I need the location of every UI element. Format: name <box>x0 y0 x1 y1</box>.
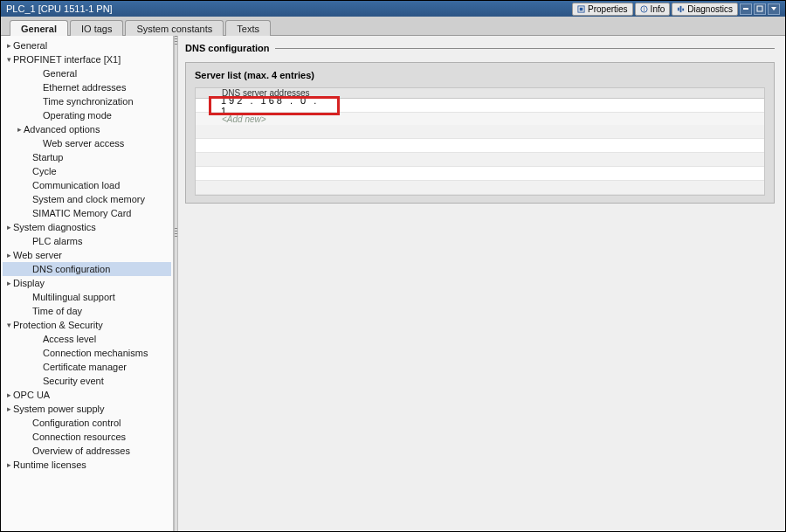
tree-item-general[interactable]: ▸General <box>3 38 171 52</box>
tree-item-connection-mechanisms[interactable]: Connection mechanisms <box>3 346 171 360</box>
splitter[interactable] <box>174 36 178 531</box>
tree-item-access-level[interactable]: Access level <box>3 332 171 346</box>
tree-item-communication-load[interactable]: Communication load <box>3 178 171 192</box>
tree-item-label: Display <box>13 277 45 289</box>
tab-system-constants[interactable]: System constants <box>125 20 224 36</box>
svg-rect-4 <box>678 7 679 10</box>
tree-item-label: System and clock memory <box>13 193 145 205</box>
maximize-button[interactable] <box>754 3 766 15</box>
table-row[interactable]: 192 . 168 . 0 . 1 <box>196 99 764 113</box>
tree-item-configuration-control[interactable]: Configuration control <box>3 416 171 430</box>
tree-item-web-server-access[interactable]: Web server access <box>3 136 171 150</box>
tab-general[interactable]: General <box>10 20 68 36</box>
chevron-right-icon[interactable]: ▸ <box>4 459 13 471</box>
tree-item-label: Ethernet addresses <box>13 81 126 93</box>
tree-item-startup[interactable]: Startup <box>3 150 171 164</box>
tree-item-profinet-interface-x1[interactable]: ▾PROFINET interface [X1] <box>3 52 171 66</box>
tree-item-label: System diagnostics <box>13 221 96 233</box>
chevron-right-icon[interactable]: ▸ <box>4 277 13 289</box>
tree-item-label: System power supply <box>13 403 105 415</box>
chevron-right-icon[interactable]: ▸ <box>4 403 13 415</box>
info-button[interactable]: i Info <box>635 3 671 16</box>
tree-item-overview-of-addresses[interactable]: Overview of addresses <box>3 444 171 458</box>
tree-item-system-power-supply[interactable]: ▸System power supply <box>3 402 171 416</box>
tree-item-label: Advanced options <box>24 123 100 135</box>
tree-item-cycle[interactable]: Cycle <box>3 164 171 178</box>
tree-item-label: Connection resources <box>13 431 126 443</box>
tree-item-plc-alarms[interactable]: PLC alarms <box>3 234 171 248</box>
chevron-down-icon[interactable]: ▾ <box>4 53 13 66</box>
tree-item-multilingual-support[interactable]: Multilingual support <box>3 290 171 304</box>
tree-item-runtime-licenses[interactable]: ▸Runtime licenses <box>3 458 171 472</box>
nav-tree[interactable]: ▸General▾PROFINET interface [X1]GeneralE… <box>1 36 174 531</box>
tree-item-label: Certificate manager <box>13 361 127 373</box>
chevron-right-icon[interactable]: ▸ <box>15 123 24 135</box>
tree-item-label: General <box>13 67 77 79</box>
tree-item-time-of-day[interactable]: Time of day <box>3 304 171 318</box>
tree-item-label: Connection mechanisms <box>13 347 148 359</box>
tree-item-protection-security[interactable]: ▾Protection & Security <box>3 318 171 332</box>
tree-item-label: General <box>13 39 47 52</box>
chevron-right-icon[interactable]: ▸ <box>4 389 13 401</box>
tree-item-label: Time synchronization <box>13 95 134 107</box>
svg-rect-5 <box>680 5 682 11</box>
dock-button[interactable] <box>768 3 780 15</box>
tree-item-label: Time of day <box>13 305 82 317</box>
tree-item-system-and-clock-memory[interactable]: System and clock memory <box>3 192 171 206</box>
tree-item-simatic-memory-card[interactable]: SIMATIC Memory Card <box>3 206 171 220</box>
dns-address-input[interactable]: 192 . 168 . 0 . 1 <box>215 100 328 112</box>
content-pane: DNS configuration Server list (max. 4 en… <box>178 36 785 531</box>
tree-item-connection-resources[interactable]: Connection resources <box>3 430 171 444</box>
tree-item-label: Communication load <box>13 179 120 191</box>
tree-item-label: PLC alarms <box>13 235 82 247</box>
collapse-button[interactable] <box>740 3 752 15</box>
server-list-panel: Server list (max. 4 entries) DNS server … <box>185 62 775 204</box>
tree-item-display[interactable]: ▸Display <box>3 276 171 290</box>
diagnostics-button[interactable]: Diagnostics <box>672 3 738 16</box>
tree-item-label: Multilingual support <box>13 291 115 303</box>
tree-item-system-diagnostics[interactable]: ▸System diagnostics <box>3 220 171 234</box>
tree-item-label: Access level <box>13 333 96 345</box>
properties-label: Properties <box>588 4 628 14</box>
chevron-right-icon[interactable]: ▸ <box>4 39 13 52</box>
tree-item-opc-ua[interactable]: ▸OPC UA <box>3 388 171 402</box>
table-row <box>196 153 764 167</box>
svg-rect-1 <box>580 7 583 10</box>
tree-item-label: Runtime licenses <box>13 459 86 471</box>
tree-item-label: Web server <box>13 249 62 261</box>
tree-item-operating-mode[interactable]: Operating mode <box>3 108 171 122</box>
svg-text:i: i <box>643 6 644 12</box>
tab-texts[interactable]: Texts <box>225 20 271 36</box>
tree-item-label: Web server access <box>13 137 124 149</box>
panel-title: Server list (max. 4 entries) <box>195 70 765 80</box>
tree-item-advanced-options[interactable]: ▸Advanced options <box>3 122 171 136</box>
tree-item-time-synchronization[interactable]: Time synchronization <box>3 94 171 108</box>
tree-item-web-server[interactable]: ▸Web server <box>3 248 171 262</box>
chevron-down-icon[interactable]: ▾ <box>4 319 13 331</box>
tree-item-security-event[interactable]: Security event <box>3 374 171 388</box>
svg-marker-9 <box>771 7 776 10</box>
properties-icon <box>577 5 585 13</box>
maximize-icon <box>756 5 763 12</box>
tree-item-label: PROFINET interface [X1] <box>13 53 121 66</box>
diagnostics-label: Diagnostics <box>687 4 733 14</box>
tree-item-label: DNS configuration <box>13 263 110 275</box>
diagnostics-icon <box>677 5 685 13</box>
tree-item-label: Configuration control <box>13 417 121 429</box>
tree-item-label: OPC UA <box>13 389 50 401</box>
tree-item-ethernet-addresses[interactable]: Ethernet addresses <box>3 80 171 94</box>
properties-button[interactable]: Properties <box>572 3 633 16</box>
tree-item-general[interactable]: General <box>3 66 171 80</box>
chevron-right-icon[interactable]: ▸ <box>4 249 13 261</box>
collapse-icon <box>742 5 749 12</box>
chevron-right-icon[interactable]: ▸ <box>4 221 13 233</box>
tree-item-label: Security event <box>13 375 104 387</box>
dns-table: DNS server addresses 192 . 168 . 0 . 1 <… <box>195 87 765 196</box>
table-row <box>196 139 764 153</box>
tab-io-tags[interactable]: IO tags <box>70 20 123 36</box>
window-title: PLC_1 [CPU 1511-1 PN] <box>6 3 113 14</box>
tree-item-dns-configuration[interactable]: DNS configuration <box>3 262 171 276</box>
svg-rect-6 <box>683 8 685 10</box>
tree-item-certificate-manager[interactable]: Certificate manager <box>3 360 171 374</box>
tree-item-label: Operating mode <box>13 109 112 121</box>
